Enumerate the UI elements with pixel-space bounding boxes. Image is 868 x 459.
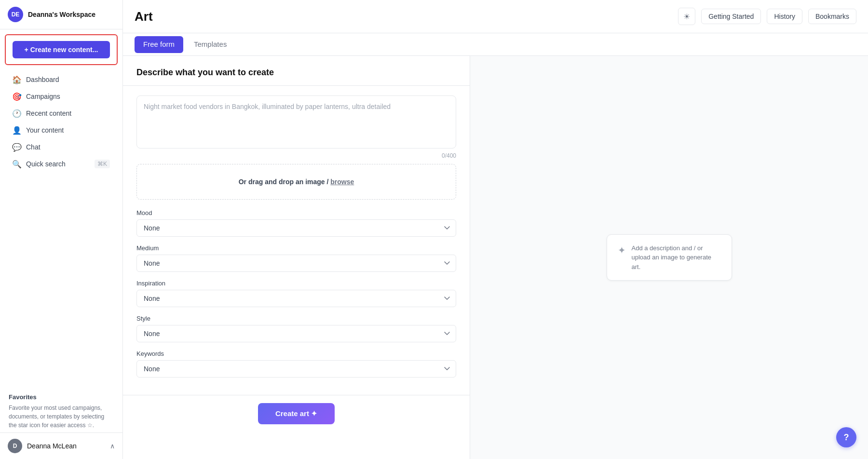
medium-field-group: Medium None <box>136 244 456 272</box>
chat-icon: 💬 <box>13 143 21 151</box>
style-select[interactable]: None <box>136 325 456 342</box>
form-body: 0/400 Or drag and drop an image / browse… <box>123 86 470 395</box>
tab-templates[interactable]: Templates <box>185 33 235 56</box>
main-content: Art ☀ Getting Started History Bookmarks … <box>123 0 868 459</box>
form-section-title: Describe what you want to create <box>123 56 470 86</box>
favorites-text: Favorite your most used campaigns, docum… <box>9 404 114 430</box>
user-name: Deanna McLean <box>27 442 77 450</box>
prompt-textarea[interactable] <box>136 95 456 148</box>
content-area: Describe what you want to create 0/400 O… <box>123 56 868 459</box>
create-art-btn-wrapper: Create art ✦ <box>123 395 470 432</box>
mood-label: Mood <box>136 209 456 216</box>
sidebar-nav: 🏠 Dashboard 🎯 Campaigns 🕐 Recent content… <box>0 68 122 389</box>
top-bar-actions: ☀ Getting Started History Bookmarks <box>678 8 856 25</box>
user-info: D Deanna McLean <box>8 439 77 453</box>
drop-zone-text: Or drag and drop an image / browse <box>239 178 354 186</box>
browse-link[interactable]: browse <box>330 178 354 186</box>
campaigns-icon: 🎯 <box>13 92 21 101</box>
tab-free-form[interactable]: Free form <box>135 36 183 53</box>
medium-label: Medium <box>136 244 456 252</box>
style-field-group: Style None <box>136 315 456 342</box>
help-button[interactable]: ? <box>836 427 856 447</box>
create-art-button[interactable]: Create art ✦ <box>258 403 335 424</box>
mood-field-group: Mood None <box>136 209 456 237</box>
inspiration-select[interactable]: None <box>136 290 456 307</box>
workspace-avatar: DE <box>8 7 23 22</box>
char-count: 0/400 <box>136 152 456 159</box>
user-avatar: D <box>8 439 22 453</box>
sidebar-item-label: Chat <box>26 143 41 151</box>
sparkle-icon: ✦ <box>618 244 626 256</box>
getting-started-button[interactable]: Getting Started <box>701 9 761 24</box>
history-button[interactable]: History <box>767 9 802 24</box>
keywords-field-group: Keywords None <box>136 350 456 378</box>
sidebar-item-your-content[interactable]: 👤 Your content <box>4 122 119 138</box>
medium-select[interactable]: None <box>136 255 456 272</box>
create-new-content-button[interactable]: + Create new content... <box>13 41 110 58</box>
create-btn-wrapper: + Create new content... <box>5 34 118 65</box>
sidebar-item-label: Your content <box>26 126 64 134</box>
sidebar: DE Deanna's Workspace + Create new conte… <box>0 0 123 459</box>
sidebar-item-quick-search[interactable]: 🔍 Quick search ⌘K <box>4 156 119 172</box>
your-content-icon: 👤 <box>13 126 21 135</box>
sidebar-item-label: Quick search <box>26 160 66 168</box>
keywords-select[interactable]: None <box>136 360 456 378</box>
inspiration-field-group: Inspiration None <box>136 280 456 307</box>
page-title: Art <box>135 9 153 24</box>
favorites-title: Favorites <box>9 393 114 401</box>
style-label: Style <box>136 315 456 322</box>
keywords-label: Keywords <box>136 350 456 357</box>
form-panel: Describe what you want to create 0/400 O… <box>123 56 470 459</box>
sidebar-item-label: Recent content <box>26 109 71 117</box>
sidebar-item-chat[interactable]: 💬 Chat <box>4 139 119 155</box>
preview-panel: ✦ Add a description and / or upload an i… <box>470 56 868 459</box>
drag-drop-bold: drag and drop <box>248 178 294 186</box>
hint-text: Add a description and / or upload an ima… <box>632 243 721 272</box>
dashboard-icon: 🏠 <box>13 75 21 84</box>
bookmarks-button[interactable]: Bookmarks <box>808 9 856 24</box>
workspace-name: Deanna's Workspace <box>28 11 95 18</box>
sidebar-item-dashboard[interactable]: 🏠 Dashboard <box>4 71 119 88</box>
preview-hint-card: ✦ Add a description and / or upload an i… <box>607 234 732 281</box>
sidebar-item-label: Dashboard <box>26 76 59 83</box>
inspiration-label: Inspiration <box>136 280 456 287</box>
quick-search-shortcut: ⌘K <box>95 160 110 168</box>
recent-content-icon: 🕐 <box>13 109 21 118</box>
drop-zone[interactable]: Or drag and drop an image / browse <box>136 164 456 200</box>
top-bar: Art ☀ Getting Started History Bookmarks <box>123 0 868 33</box>
sidebar-item-recent-content[interactable]: 🕐 Recent content <box>4 105 119 122</box>
chevron-up-icon[interactable]: ∧ <box>110 442 115 450</box>
sidebar-header: DE Deanna's Workspace <box>0 0 122 29</box>
favorites-section: Favorites Favorite your most used campai… <box>0 389 122 432</box>
sidebar-item-label: Campaigns <box>26 93 60 100</box>
sidebar-footer: D Deanna McLean ∧ <box>0 432 122 459</box>
theme-toggle-button[interactable]: ☀ <box>678 8 695 25</box>
search-icon: 🔍 <box>13 160 21 168</box>
mood-select[interactable]: None <box>136 219 456 237</box>
sidebar-item-campaigns[interactable]: 🎯 Campaigns <box>4 88 119 105</box>
tab-bar: Free form Templates <box>123 33 868 56</box>
